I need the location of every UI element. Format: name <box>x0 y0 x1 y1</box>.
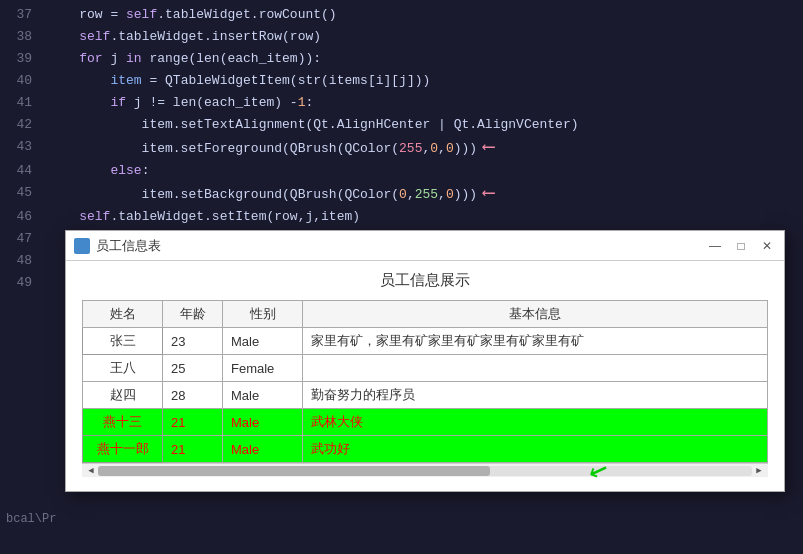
employee-table: 姓名 年龄 性别 基本信息 张三 23 Male 家里有矿，家里有矿家里有矿家里… <box>82 300 768 463</box>
cell-info <box>303 355 768 382</box>
cell-name: 张三 <box>83 328 163 355</box>
table-header-row: 姓名 年龄 性别 基本信息 <box>83 301 768 328</box>
dialog-heading: 员工信息展示 <box>82 271 768 290</box>
cell-name: 王八 <box>83 355 163 382</box>
code-line-44: 44 else: <box>0 160 803 182</box>
dialog-controls: — □ ✕ <box>706 237 776 255</box>
table-row: 张三 23 Male 家里有矿，家里有矿家里有矿家里有矿家里有矿 <box>83 328 768 355</box>
code-line-39: 39 for j in range(len(each_item)): <box>0 48 803 70</box>
cell-info: 勤奋努力的程序员 <box>303 382 768 409</box>
line-number: 47 <box>0 228 48 250</box>
code-line-46: 46 self.tableWidget.setItem(row,j,item) <box>0 206 803 228</box>
line-content: if j != len(each_item) -1: <box>48 92 803 114</box>
cell-info: 家里有矿，家里有矿家里有矿家里有矿家里有矿 <box>303 328 768 355</box>
line-number: 38 <box>0 26 48 48</box>
col-header-info: 基本信息 <box>303 301 768 328</box>
code-line-43: 43 item.setForeground(QBrush(QColor(255,… <box>0 136 803 160</box>
cell-age: 21 <box>163 436 223 463</box>
line-number: 37 <box>0 4 48 26</box>
line-number: 48 <box>0 250 48 272</box>
cell-age: 25 <box>163 355 223 382</box>
cell-name: 燕十三 <box>83 409 163 436</box>
maximize-button[interactable]: □ <box>732 237 750 255</box>
code-line-45: 45 item.setBackground(QBrush(QColor(0,25… <box>0 182 803 206</box>
dialog-icon <box>74 238 90 254</box>
table-row: 王八 25 Female <box>83 355 768 382</box>
scrollbar-thumb[interactable] <box>98 466 490 476</box>
dialog-content: 员工信息展示 姓名 年龄 性别 基本信息 张三 23 Male 家里有矿，家里有… <box>66 261 784 491</box>
col-header-name: 姓名 <box>83 301 163 328</box>
table-row: 赵四 28 Male 勤奋努力的程序员 <box>83 382 768 409</box>
line-content: item.setForeground(QBrush(QColor(255,0,0… <box>48 136 803 160</box>
code-line-41: 41 if j != len(each_item) -1: <box>0 92 803 114</box>
cell-gender: Male <box>223 436 303 463</box>
cell-gender: Female <box>223 355 303 382</box>
line-content: else: <box>48 160 803 182</box>
line-content: item = QTableWidgetItem(str(items[i][j])… <box>48 70 803 92</box>
line-number: 41 <box>0 92 48 114</box>
line-content: self.tableWidget.insertRow(row) <box>48 26 803 48</box>
cell-name: 燕十一郎 <box>83 436 163 463</box>
line-content: row = self.tableWidget.rowCount() <box>48 4 803 26</box>
minimize-button[interactable]: — <box>706 237 724 255</box>
col-header-gender: 性别 <box>223 301 303 328</box>
line-content: item.setBackground(QBrush(QColor(0,255,0… <box>48 182 803 206</box>
employee-dialog: 员工信息表 — □ ✕ 员工信息展示 姓名 年龄 性别 基本信息 张三 23 <box>65 230 785 492</box>
line-number: 45 <box>0 182 48 204</box>
table-row: 燕十一郎 21 Male 武功好 <box>83 436 768 463</box>
line-content: item.setTextAlignment(Qt.AlignHCenter | … <box>48 114 803 136</box>
line-content: self.tableWidget.setItem(row,j,item) <box>48 206 803 228</box>
dialog-title: 员工信息表 <box>96 237 706 255</box>
code-line-42: 42 item.setTextAlignment(Qt.AlignHCenter… <box>0 114 803 136</box>
scroll-left-button[interactable]: ◀ <box>84 464 98 478</box>
cell-info: 武林大侠 <box>303 409 768 436</box>
cell-age: 28 <box>163 382 223 409</box>
dialog-titlebar: 员工信息表 — □ ✕ <box>66 231 784 261</box>
line-number: 40 <box>0 70 48 92</box>
code-line-37: 37 row = self.tableWidget.rowCount() <box>0 4 803 26</box>
scrollbar-track[interactable] <box>98 466 752 476</box>
line-number: 49 <box>0 272 48 294</box>
line-number: 42 <box>0 114 48 136</box>
table-row: 燕十三 21 Male 武林大侠 <box>83 409 768 436</box>
col-header-age: 年龄 <box>163 301 223 328</box>
cell-name: 赵四 <box>83 382 163 409</box>
code-line-38: 38 self.tableWidget.insertRow(row) <box>0 26 803 48</box>
cell-gender: Male <box>223 328 303 355</box>
path-label: bcal\Pr <box>0 506 62 532</box>
horizontal-scrollbar[interactable]: ◀ ▶ <box>82 463 768 477</box>
cell-age: 23 <box>163 328 223 355</box>
line-number: 44 <box>0 160 48 182</box>
line-number: 43 <box>0 136 48 158</box>
close-button[interactable]: ✕ <box>758 237 776 255</box>
cell-gender: Male <box>223 382 303 409</box>
cell-info: 武功好 <box>303 436 768 463</box>
code-line-40: 40 item = QTableWidgetItem(str(items[i][… <box>0 70 803 92</box>
line-number: 39 <box>0 48 48 70</box>
scroll-right-button[interactable]: ▶ <box>752 464 766 478</box>
line-number: 46 <box>0 206 48 228</box>
cell-age: 21 <box>163 409 223 436</box>
line-content: for j in range(len(each_item)): <box>48 48 803 70</box>
cell-gender: Male <box>223 409 303 436</box>
